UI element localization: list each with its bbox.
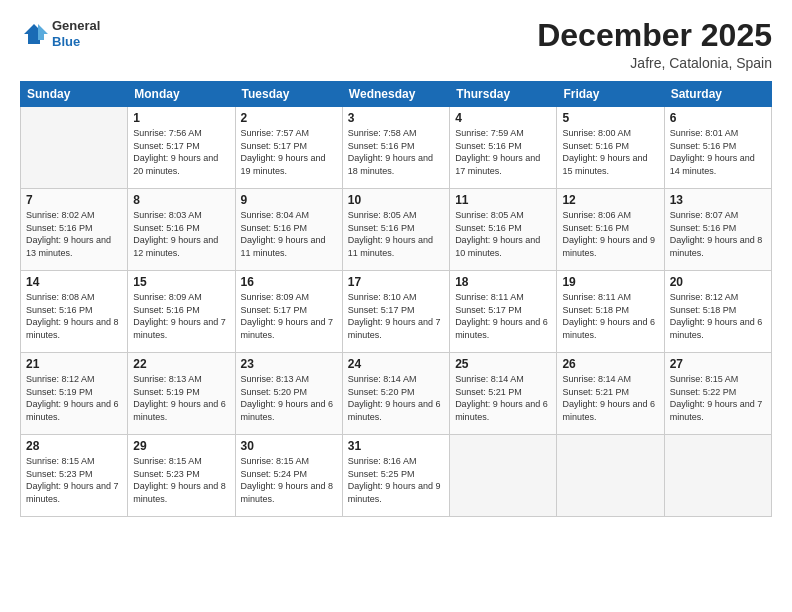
calendar-cell: 14Sunrise: 8:08 AMSunset: 5:16 PMDayligh… — [21, 271, 128, 353]
day-number: 24 — [348, 357, 444, 371]
header-wednesday: Wednesday — [342, 82, 449, 107]
logo-text: General Blue — [52, 18, 100, 49]
calendar-cell: 28Sunrise: 8:15 AMSunset: 5:23 PMDayligh… — [21, 435, 128, 517]
header-thursday: Thursday — [450, 82, 557, 107]
day-number: 29 — [133, 439, 229, 453]
calendar-cell: 16Sunrise: 8:09 AMSunset: 5:17 PMDayligh… — [235, 271, 342, 353]
day-info: Sunrise: 8:05 AMSunset: 5:16 PMDaylight:… — [348, 209, 444, 259]
day-number: 15 — [133, 275, 229, 289]
calendar-cell: 10Sunrise: 8:05 AMSunset: 5:16 PMDayligh… — [342, 189, 449, 271]
day-info: Sunrise: 8:15 AMSunset: 5:22 PMDaylight:… — [670, 373, 766, 423]
day-info: Sunrise: 7:58 AMSunset: 5:16 PMDaylight:… — [348, 127, 444, 177]
day-info: Sunrise: 8:11 AMSunset: 5:17 PMDaylight:… — [455, 291, 551, 341]
calendar-week-1: 1Sunrise: 7:56 AMSunset: 5:17 PMDaylight… — [21, 107, 772, 189]
day-number: 4 — [455, 111, 551, 125]
day-number: 2 — [241, 111, 337, 125]
day-info: Sunrise: 8:15 AMSunset: 5:23 PMDaylight:… — [26, 455, 122, 505]
calendar-cell: 21Sunrise: 8:12 AMSunset: 5:19 PMDayligh… — [21, 353, 128, 435]
day-info: Sunrise: 8:15 AMSunset: 5:23 PMDaylight:… — [133, 455, 229, 505]
calendar-cell: 25Sunrise: 8:14 AMSunset: 5:21 PMDayligh… — [450, 353, 557, 435]
day-info: Sunrise: 8:15 AMSunset: 5:24 PMDaylight:… — [241, 455, 337, 505]
day-number: 5 — [562, 111, 658, 125]
calendar-cell — [21, 107, 128, 189]
calendar-cell: 30Sunrise: 8:15 AMSunset: 5:24 PMDayligh… — [235, 435, 342, 517]
calendar-cell: 17Sunrise: 8:10 AMSunset: 5:17 PMDayligh… — [342, 271, 449, 353]
logo: General Blue — [20, 18, 100, 49]
day-number: 3 — [348, 111, 444, 125]
day-info: Sunrise: 7:57 AMSunset: 5:17 PMDaylight:… — [241, 127, 337, 177]
day-info: Sunrise: 8:13 AMSunset: 5:20 PMDaylight:… — [241, 373, 337, 423]
day-info: Sunrise: 8:13 AMSunset: 5:19 PMDaylight:… — [133, 373, 229, 423]
calendar-cell: 13Sunrise: 8:07 AMSunset: 5:16 PMDayligh… — [664, 189, 771, 271]
day-number: 25 — [455, 357, 551, 371]
calendar-cell: 4Sunrise: 7:59 AMSunset: 5:16 PMDaylight… — [450, 107, 557, 189]
header-friday: Friday — [557, 82, 664, 107]
day-number: 9 — [241, 193, 337, 207]
day-number: 27 — [670, 357, 766, 371]
day-number: 16 — [241, 275, 337, 289]
location: Jafre, Catalonia, Spain — [537, 55, 772, 71]
day-number: 17 — [348, 275, 444, 289]
calendar-cell: 31Sunrise: 8:16 AMSunset: 5:25 PMDayligh… — [342, 435, 449, 517]
day-info: Sunrise: 8:02 AMSunset: 5:16 PMDaylight:… — [26, 209, 122, 259]
day-info: Sunrise: 7:59 AMSunset: 5:16 PMDaylight:… — [455, 127, 551, 177]
day-number: 23 — [241, 357, 337, 371]
day-number: 12 — [562, 193, 658, 207]
day-number: 28 — [26, 439, 122, 453]
calendar-week-5: 28Sunrise: 8:15 AMSunset: 5:23 PMDayligh… — [21, 435, 772, 517]
page-header: General Blue December 2025 Jafre, Catalo… — [20, 18, 772, 71]
svg-marker-1 — [38, 24, 48, 40]
day-number: 7 — [26, 193, 122, 207]
calendar-cell: 6Sunrise: 8:01 AMSunset: 5:16 PMDaylight… — [664, 107, 771, 189]
calendar-cell: 20Sunrise: 8:12 AMSunset: 5:18 PMDayligh… — [664, 271, 771, 353]
day-info: Sunrise: 8:04 AMSunset: 5:16 PMDaylight:… — [241, 209, 337, 259]
day-number: 19 — [562, 275, 658, 289]
day-info: Sunrise: 8:10 AMSunset: 5:17 PMDaylight:… — [348, 291, 444, 341]
day-info: Sunrise: 8:14 AMSunset: 5:20 PMDaylight:… — [348, 373, 444, 423]
logo-blue: Blue — [52, 34, 100, 50]
day-info: Sunrise: 8:12 AMSunset: 5:19 PMDaylight:… — [26, 373, 122, 423]
day-info: Sunrise: 7:56 AMSunset: 5:17 PMDaylight:… — [133, 127, 229, 177]
weekday-header-row: Sunday Monday Tuesday Wednesday Thursday… — [21, 82, 772, 107]
calendar-cell: 1Sunrise: 7:56 AMSunset: 5:17 PMDaylight… — [128, 107, 235, 189]
calendar-table: Sunday Monday Tuesday Wednesday Thursday… — [20, 81, 772, 517]
day-number: 11 — [455, 193, 551, 207]
day-info: Sunrise: 8:05 AMSunset: 5:16 PMDaylight:… — [455, 209, 551, 259]
header-saturday: Saturday — [664, 82, 771, 107]
calendar-week-3: 14Sunrise: 8:08 AMSunset: 5:16 PMDayligh… — [21, 271, 772, 353]
calendar-cell: 3Sunrise: 7:58 AMSunset: 5:16 PMDaylight… — [342, 107, 449, 189]
day-number: 6 — [670, 111, 766, 125]
day-number: 1 — [133, 111, 229, 125]
calendar-cell: 19Sunrise: 8:11 AMSunset: 5:18 PMDayligh… — [557, 271, 664, 353]
title-block: December 2025 Jafre, Catalonia, Spain — [537, 18, 772, 71]
day-info: Sunrise: 8:06 AMSunset: 5:16 PMDaylight:… — [562, 209, 658, 259]
header-monday: Monday — [128, 82, 235, 107]
calendar-cell: 23Sunrise: 8:13 AMSunset: 5:20 PMDayligh… — [235, 353, 342, 435]
day-info: Sunrise: 8:07 AMSunset: 5:16 PMDaylight:… — [670, 209, 766, 259]
calendar-cell: 18Sunrise: 8:11 AMSunset: 5:17 PMDayligh… — [450, 271, 557, 353]
calendar-cell: 8Sunrise: 8:03 AMSunset: 5:16 PMDaylight… — [128, 189, 235, 271]
calendar-cell: 2Sunrise: 7:57 AMSunset: 5:17 PMDaylight… — [235, 107, 342, 189]
day-number: 8 — [133, 193, 229, 207]
day-info: Sunrise: 8:09 AMSunset: 5:16 PMDaylight:… — [133, 291, 229, 341]
calendar-cell: 9Sunrise: 8:04 AMSunset: 5:16 PMDaylight… — [235, 189, 342, 271]
day-info: Sunrise: 8:14 AMSunset: 5:21 PMDaylight:… — [455, 373, 551, 423]
calendar-page: General Blue December 2025 Jafre, Catalo… — [0, 0, 792, 612]
logo-icon — [20, 20, 48, 48]
day-number: 18 — [455, 275, 551, 289]
calendar-cell: 7Sunrise: 8:02 AMSunset: 5:16 PMDaylight… — [21, 189, 128, 271]
calendar-cell: 12Sunrise: 8:06 AMSunset: 5:16 PMDayligh… — [557, 189, 664, 271]
day-number: 30 — [241, 439, 337, 453]
calendar-cell: 22Sunrise: 8:13 AMSunset: 5:19 PMDayligh… — [128, 353, 235, 435]
day-number: 13 — [670, 193, 766, 207]
day-info: Sunrise: 8:11 AMSunset: 5:18 PMDaylight:… — [562, 291, 658, 341]
calendar-cell — [557, 435, 664, 517]
logo-general: General — [52, 18, 100, 34]
calendar-cell — [450, 435, 557, 517]
day-info: Sunrise: 8:01 AMSunset: 5:16 PMDaylight:… — [670, 127, 766, 177]
calendar-cell — [664, 435, 771, 517]
day-number: 21 — [26, 357, 122, 371]
day-info: Sunrise: 8:12 AMSunset: 5:18 PMDaylight:… — [670, 291, 766, 341]
calendar-cell: 11Sunrise: 8:05 AMSunset: 5:16 PMDayligh… — [450, 189, 557, 271]
day-number: 26 — [562, 357, 658, 371]
